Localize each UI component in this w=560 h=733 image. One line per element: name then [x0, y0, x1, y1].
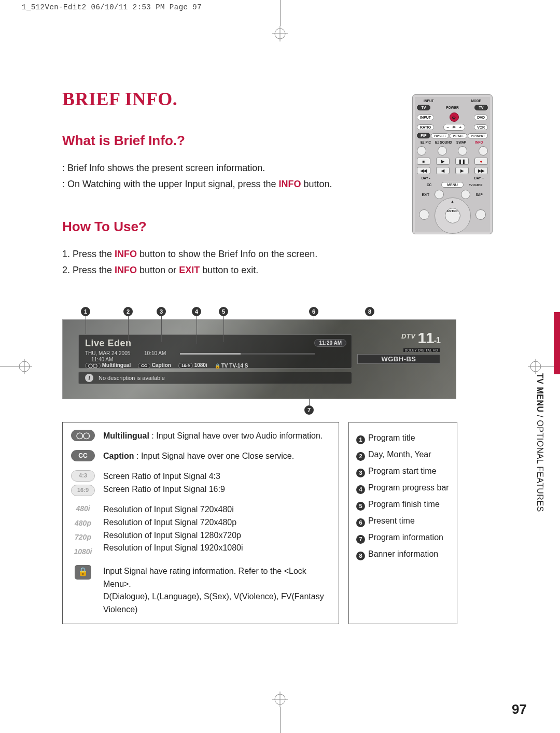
- osd-cc-icon: CC: [138, 363, 150, 369]
- legend-text-4: Program progress bar: [368, 480, 449, 496]
- legend-text-1: Program title: [368, 430, 415, 446]
- callout-8: 8: [365, 307, 374, 316]
- remote-rec-button: ●: [474, 158, 488, 165]
- osd-description-text: No description is available: [99, 375, 165, 381]
- remote-power-button: ⏻: [450, 112, 459, 122]
- osd-progress-bar: [180, 353, 315, 355]
- callout-3: 3: [157, 307, 166, 316]
- remote-tv-button: TV: [417, 105, 430, 110]
- legend-text-8: Banner information: [368, 546, 438, 562]
- remote-sap-label: SAP: [470, 193, 488, 196]
- remote-exit-button: [419, 209, 429, 220]
- remote-enter-button: ENTER: [445, 208, 460, 223]
- remote-control-illustration: INPUTMODE TV POWER TV INPUT ⏻ DVD RATIO …: [412, 94, 493, 234]
- callout-4: 4: [192, 307, 201, 316]
- legend-num-1: 1: [356, 435, 365, 444]
- caption-icon: CC: [71, 450, 95, 461]
- multilingual-title: Multilingual: [103, 431, 149, 440]
- remote-input-button: INPUT: [417, 115, 434, 120]
- osd-end-time: 11:40 AM: [91, 357, 113, 362]
- legend-num-3: 3: [356, 469, 365, 477]
- page-number: 97: [512, 701, 527, 717]
- remote-dvd-button: DVD: [474, 115, 488, 120]
- osd-dtv-label: DTV: [401, 332, 416, 340]
- remote-prev-button: ◀: [436, 167, 450, 174]
- osd-channel-sub: -1: [434, 336, 440, 345]
- section-side-label-bold: TV MENU: [536, 373, 544, 415]
- res-1080i-icon: 1080i: [71, 546, 95, 558]
- osd-ratio-icon: 16:9: [178, 363, 193, 369]
- res-720p-desc: Resolution of Input Signal 1280x720p: [103, 529, 331, 542]
- remote-swap-button: [458, 146, 467, 156]
- osd-start-time: 10:10 AM: [144, 350, 166, 356]
- remote-tvguide-button: [461, 190, 470, 199]
- osd-screenshot: Live Eden 11:20 AM THU, MAR 24 2005 10:1…: [62, 319, 456, 399]
- registration-mark-right: [528, 359, 543, 374]
- osd-description-bar: i No description is available: [78, 372, 352, 384]
- res-1080i-desc: Resolution of Input Signal 1920x1080i: [103, 542, 331, 555]
- multilingual-desc: : Input Signal have over two Audio infor…: [149, 431, 323, 440]
- osd-date: THU, MAR 24 2005: [85, 350, 130, 356]
- crop-mark-bottom-line: [280, 707, 281, 733]
- legend-text-7: Program information: [368, 529, 443, 546]
- lock-desc-line1: Input Signal have rating information. Re…: [103, 565, 331, 591]
- remote-pip-button: PIP: [417, 133, 430, 138]
- osd-dolby-badge: DOLBY DIGITAL HD: [403, 348, 440, 353]
- remote-pipchplus-button: PIP CH +: [431, 133, 449, 138]
- osd-multilingual-label: Multilingual: [102, 362, 131, 368]
- osd-channel-name: WGBH-BS: [357, 354, 440, 364]
- remote-pipinput-button: PIP INPUT: [468, 133, 488, 138]
- osd-banner: Live Eden 11:20 AM THU, MAR 24 2005 10:1…: [78, 334, 352, 369]
- remote-cc-button: [435, 190, 444, 199]
- print-header: 1_512Ven-Edit2 06/10/11 2:53 PM Page 97: [22, 3, 202, 11]
- res-480i-desc: Resolution of Input Signal 720x480i: [103, 503, 331, 516]
- osd-screenshot-wrapper: 1 2 3 4 5 6 8 Live Eden 11:20 AM THU, MA…: [62, 310, 456, 399]
- legend-text-3: Program start time: [368, 463, 437, 480]
- callout-7-wrapper: 7: [62, 399, 487, 414]
- icon-legend-table: ◯◯ Multilingual : Input Signal have over…: [62, 422, 339, 624]
- remote-ezpic-label: Ez PIC: [417, 140, 435, 144]
- remote-play-button: ▶: [436, 158, 450, 165]
- remote-menu-button: MENU: [441, 182, 464, 188]
- res-480p-icon: 480p: [71, 518, 95, 529]
- lock-desc-line2: D(Dialogue), L(Language), S(Sex), V(Viol…: [103, 590, 331, 616]
- ratio-43-icon: 4:3: [71, 470, 95, 482]
- section-side-label-rest: / OPTIONAL FEATURES: [536, 415, 544, 512]
- remote-exit-label: EXIT: [417, 193, 435, 196]
- page-content: INPUTMODE TV POWER TV INPUT ⏻ DVD RATIO …: [62, 88, 487, 624]
- callout-6: 6: [309, 307, 318, 316]
- remote-rew-button: ◀◀: [417, 167, 430, 174]
- info-boxes-row: ◯◯ Multilingual : Input Signal have over…: [62, 422, 487, 624]
- section-what-is-body: : Brief Info shows the present screen in…: [62, 160, 342, 192]
- remote-pause-button: ❚❚: [455, 158, 469, 165]
- what-is-line2: : On Watching with the upper Input signa…: [62, 176, 342, 192]
- what-is-line1: : Brief Info shows the present screen in…: [62, 160, 342, 176]
- section-how-to-body: 1. Press the INFO button to show the Bri…: [62, 246, 342, 278]
- legend-text-5: Program finish time: [368, 496, 440, 513]
- legend-text-6: Present time: [368, 513, 415, 529]
- legend-num-6: 6: [356, 518, 365, 527]
- remote-info-button: [479, 146, 488, 156]
- registration-mark-left: [17, 359, 32, 374]
- remote-ezsound-button: [438, 146, 447, 156]
- callout-legend-table: 1Program title 2Day, Month, Year 3Progra…: [348, 422, 457, 624]
- legend-num-5: 5: [356, 502, 365, 511]
- crop-mark-top-line: [280, 0, 281, 26]
- legend-num-7: 7: [356, 535, 365, 544]
- remote-info-label: INFO: [470, 140, 488, 144]
- osd-program-title: Live Eden: [85, 338, 345, 349]
- remote-vol-rocker: −☀+: [443, 124, 465, 131]
- remote-label-mode: MODE: [464, 99, 488, 103]
- remote-fwd-button: ▶▶: [474, 167, 488, 174]
- res-480i-icon: 480i: [71, 503, 95, 515]
- ratio-43-desc: Screen Ratio of Input Signal 4:3: [103, 470, 331, 483]
- remote-next-button: ▶: [455, 167, 469, 174]
- osd-rating-label: TV TV-14 S: [215, 363, 248, 369]
- caption-desc: : Input Signal have over one Close servi…: [134, 452, 295, 460]
- callout-7: 7: [304, 405, 314, 415]
- osd-present-time: 11:20 AM: [314, 339, 346, 347]
- info-icon: i: [85, 374, 93, 382]
- res-480p-desc: Resolution of Input Signal 720x480p: [103, 516, 331, 529]
- osd-resolution-label: 1080i: [194, 362, 207, 368]
- remote-ezsound-label: Ez SOUND: [435, 140, 452, 144]
